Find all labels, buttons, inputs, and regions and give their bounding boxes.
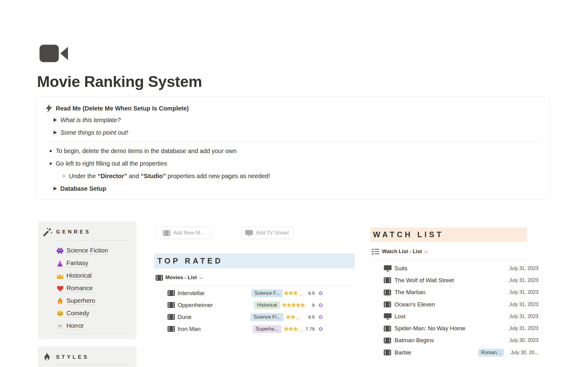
- rating-value: 8.5: [303, 314, 315, 320]
- genre-label: Science Fiction: [66, 247, 108, 255]
- sub-bullet-text: Under the “Director” and “Studio” proper…: [69, 173, 270, 180]
- divider: [55, 240, 130, 241]
- toggle-triangle-icon[interactable]: [51, 118, 59, 122]
- star-rating: …: [281, 327, 306, 331]
- chevron-down-icon[interactable]: [424, 251, 428, 253]
- watch-row-ocean-s-eleven[interactable]: Ocean's ElevenJuly 31, 2023: [371, 298, 538, 310]
- chevron-down-icon[interactable]: [199, 277, 203, 279]
- ellipsis: …: [296, 316, 301, 319]
- divider: [370, 260, 529, 260]
- star-rating: [281, 303, 306, 307]
- genres-header: GENRES: [43, 227, 91, 236]
- styles-header: STYLES: [43, 353, 89, 361]
- sub-bullet-icon: [63, 175, 65, 177]
- rating-value: 9: [303, 302, 315, 308]
- star-rating: …: [281, 315, 306, 319]
- watch-date: July 31, 2023: [509, 302, 538, 307]
- tag-label: Science F...: [251, 289, 283, 297]
- movie-row-iron-man[interactable]: Iron ManSuperhe...…7.75: [155, 323, 355, 335]
- tag-label: Superhe...: [253, 325, 281, 333]
- rating-value: 9.5: [303, 290, 315, 296]
- watch-date: July 31, 2023: [509, 326, 538, 331]
- watch-row-barbie[interactable]: BarbieRoman...July 30, 20...: [371, 346, 538, 358]
- readme-title: Read Me (Delete Me When Setup Is Complet…: [56, 105, 189, 112]
- bullet-text: Go left to right filling out all the pro…: [56, 160, 167, 167]
- genre-list: Science FictionFantasyHistoricalRomanceS…: [56, 245, 132, 332]
- watch-row-batman-begins[interactable]: Batman BeginsJuly 30, 2023: [371, 335, 538, 346]
- watch-list-view-tab[interactable]: Watch List - List: [371, 247, 428, 256]
- star-icon: [296, 303, 300, 307]
- watch-genre-tag: Roman...: [477, 349, 505, 357]
- genre-label: Fantasy: [66, 260, 88, 267]
- watch-list-title: WATCH LIST: [373, 230, 444, 239]
- star-icon: [291, 303, 296, 307]
- genre-item-superhero[interactable]: Superhero: [56, 295, 132, 307]
- readme-callout: Read Me (Delete Me When Setup Is Complet…: [36, 97, 550, 200]
- watch-title: The Martian: [394, 289, 425, 296]
- movies-list-view-label: Movies - List: [165, 275, 197, 281]
- crown-emoji-icon: [56, 272, 64, 280]
- star-icon: [288, 327, 293, 331]
- genre-item-romance[interactable]: Romance: [56, 282, 132, 295]
- movies-list-view-tab[interactable]: Movies - List: [156, 273, 203, 282]
- star-icon: [293, 291, 298, 295]
- page-icon[interactable]: [40, 45, 68, 63]
- toggle-label: Database Setup: [60, 185, 106, 192]
- add-tv-show-button[interactable]: Add TV Show!: [241, 227, 293, 239]
- watch-row-suits[interactable]: SuitsJuly 31, 2023: [371, 262, 538, 274]
- film-icon: [168, 290, 175, 296]
- watch-title: Lost: [394, 313, 405, 320]
- flame-icon: [43, 353, 53, 361]
- toggle-label: Some things to point out!: [60, 129, 128, 136]
- movie-row-oppenheimer[interactable]: OppenheimerHistorical9: [155, 299, 355, 311]
- movie-title: Interstellar: [178, 290, 205, 297]
- watch-date: July 31, 2023: [509, 314, 538, 319]
- toggle-triangle-icon[interactable]: [51, 131, 59, 134]
- ellipsis: …: [298, 292, 303, 295]
- rating-ring: [317, 315, 324, 319]
- watch-row-spider-man-no-way-home[interactable]: Spider-Man: No Way HomeJuly 31, 2023: [371, 322, 538, 334]
- movie-row-interstellar[interactable]: InterstellarScience F...…9.5: [155, 287, 355, 299]
- genre-item-horror[interactable]: Horror: [56, 320, 132, 332]
- genre-item-fantasy[interactable]: Fantasy: [56, 257, 132, 270]
- lightning-icon: [45, 104, 52, 114]
- fire-emoji-icon: [56, 298, 64, 305]
- genres-header-label: GENRES: [56, 229, 91, 235]
- film-icon: [163, 230, 170, 236]
- top-rated-title: TOP RATED: [157, 257, 223, 265]
- genre-item-historical[interactable]: Historical: [56, 270, 132, 282]
- watch-title: Spider-Man: No Way Home: [394, 325, 466, 332]
- movie-row-dune[interactable]: DuneScience Fi...…8.5: [155, 311, 355, 323]
- genre-label: Historical: [66, 272, 92, 280]
- watch-row-lost[interactable]: LostJuly 31, 2023: [371, 310, 538, 322]
- sub-bullet-segment: and: [127, 173, 141, 179]
- bullet-icon: [50, 150, 52, 152]
- sub-bullet-item: Under the “Director” and “Studio” proper…: [63, 171, 270, 181]
- add-new-movie-button[interactable]: Add New M...: [156, 227, 212, 239]
- watch-row-the-wolf-of-wall-street[interactable]: The Wolf of Wall StreetJuly 31, 2023: [371, 274, 538, 286]
- tv-icon: [245, 230, 253, 236]
- bullet-text: To begin, delete the demo items in the d…: [56, 148, 236, 155]
- rating-ring: [317, 291, 324, 295]
- toggle-database-setup[interactable]: Database Setup: [51, 184, 106, 193]
- star-icon: [293, 327, 298, 331]
- toggle-some-things-to-point-out[interactable]: Some things to point out!: [51, 128, 128, 137]
- bullet-item: To begin, delete the demo items in the d…: [50, 146, 236, 155]
- tag-label: Science Fi...: [251, 313, 284, 321]
- magic-wand-icon: [43, 227, 53, 236]
- genre-item-comedy[interactable]: Comedy: [56, 307, 132, 320]
- ring-icon: [319, 291, 322, 295]
- alien-emoji-icon: [56, 247, 64, 255]
- watch-list-view-label: Watch List - List: [382, 249, 422, 255]
- watch-row-the-martian[interactable]: The MartianJuly 31, 2023: [371, 286, 538, 298]
- toggle-what-is-this-template[interactable]: What is this template?: [51, 115, 121, 125]
- film-icon: [168, 326, 175, 332]
- film-icon: [168, 302, 175, 308]
- toggle-triangle-icon[interactable]: [51, 187, 59, 190]
- watch-title: Barbie: [394, 349, 411, 356]
- film-icon: [384, 326, 392, 331]
- heart-emoji-icon: [56, 285, 64, 292]
- genre-label: Horror: [66, 322, 84, 330]
- genres-section: GENRES Science FictionFantasyHistoricalR…: [38, 221, 137, 339]
- genre-item-science-fiction[interactable]: Science Fiction: [56, 245, 132, 257]
